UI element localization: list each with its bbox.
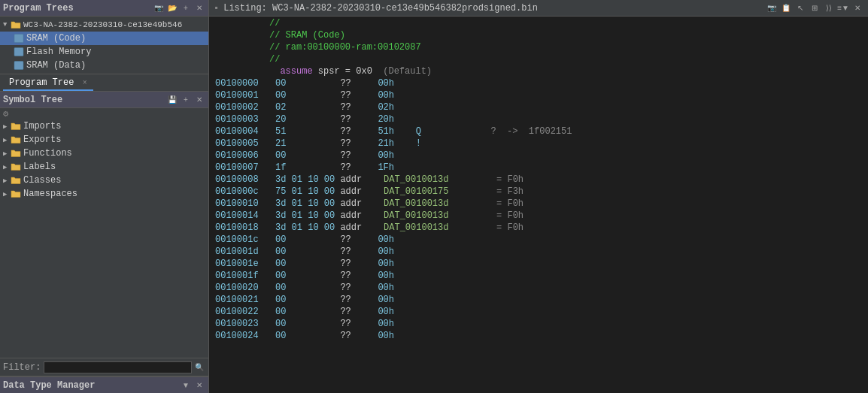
- table-row[interactable]: 0010000c 75 01 10 00 addr DAT_00100175= …: [209, 186, 868, 198]
- table-row[interactable]: 0010001e 00 ?? 00h: [209, 258, 868, 271]
- symbol-tree-imports-label: Imports: [23, 121, 61, 132]
- listing-options-btn[interactable]: ≡▼: [837, 2, 849, 14]
- svg-rect-2: [14, 62, 23, 70]
- table-row[interactable]: 00100018 3d 01 10 00 addr DAT_0010013d= …: [209, 222, 868, 234]
- data-type-manager-header: Data Type Manager ▼ ✕: [0, 376, 208, 393]
- table-row[interactable]: 00100022 00 ?? 00h: [209, 307, 868, 319]
- program-trees-header-icons: 📷 📂 + ✕: [153, 2, 205, 14]
- filter-search-icon[interactable]: 🔍: [193, 361, 205, 373]
- symbol-tree-item-imports[interactable]: ▶ Imports: [0, 119, 208, 133]
- listing-cursor-btn[interactable]: ↖: [794, 2, 806, 14]
- file-icon-flash-memory: [14, 47, 24, 56]
- arrow-icon-functions: ▶: [3, 150, 11, 158]
- listing-nav-btn[interactable]: ⟩⟩: [823, 2, 835, 14]
- data-type-manager-icons: ▼ ✕: [180, 379, 205, 391]
- table-row[interactable]: //: [209, 18, 868, 30]
- table-row[interactable]: 0010001f 00 ?? 00h: [209, 271, 868, 283]
- listing-camera-btn[interactable]: 📷: [766, 2, 778, 14]
- tab-program-tree-close[interactable]: ×: [83, 79, 87, 87]
- symbol-tree-panel: Symbol Tree 💾 + ✕ ⚙ ▶ Imports: [0, 92, 208, 376]
- table-row[interactable]: 00100007 1f ?? 1Fh: [209, 162, 868, 174]
- table-row[interactable]: assume spsr = 0x0 (Default): [209, 66, 868, 78]
- tree-item-sram-data-label: SRAM (Data): [26, 60, 86, 71]
- data-type-dropdown-btn[interactable]: ▼: [180, 379, 192, 391]
- tab-program-tree[interactable]: Program Tree ×: [3, 76, 93, 91]
- data-type-close-btn[interactable]: ✕: [193, 379, 205, 391]
- table-row[interactable]: 0010001d 00 ?? 00h: [209, 246, 868, 258]
- symbol-tree-functions-label: Functions: [23, 148, 72, 159]
- folder-open-icon: [11, 20, 21, 29]
- tree-item-sram-code[interactable]: SRAM (Code): [0, 32, 208, 45]
- listing-content[interactable]: // // SRAM (Code) // ram:00100000-ram:00…: [209, 17, 868, 393]
- symbol-tree-item-namespaces[interactable]: ▶ Namespaces: [0, 187, 208, 201]
- tab-program-tree-label: Program Tree: [9, 77, 74, 88]
- program-trees-open-btn[interactable]: 📂: [166, 2, 178, 14]
- program-trees-add-btn[interactable]: +: [180, 2, 192, 14]
- table-row[interactable]: // ram:00100000-ram:00102087: [209, 42, 868, 54]
- symbol-tree-classes-label: Classes: [23, 175, 61, 186]
- data-type-manager-title: Data Type Manager: [3, 380, 180, 391]
- listing-copy-btn[interactable]: 📋: [780, 2, 792, 14]
- symbol-tree-namespaces-label: Namespaces: [23, 189, 77, 199]
- folder-icon-classes: [11, 176, 21, 185]
- arrow-icon-imports: ▶: [3, 122, 11, 131]
- table-row[interactable]: 00100010 3d 01 10 00 addr DAT_0010013d= …: [209, 198, 868, 210]
- arrow-icon-exports: ▶: [3, 136, 11, 144]
- symbol-tree-save-btn[interactable]: 💾: [166, 94, 178, 106]
- table-row[interactable]: 00100005 21 ?? 21h !: [209, 138, 868, 150]
- listing-header-icons: 📷 📋 ↖ ⊞ ⟩⟩ ≡▼ ✕: [766, 2, 863, 14]
- symbol-tree-exports-label: Exports: [23, 135, 61, 145]
- symbol-tree-labels-label: Labels: [23, 162, 56, 172]
- folder-icon-functions: [11, 149, 21, 158]
- tree-item-sram-data[interactable]: SRAM (Data): [0, 59, 208, 72]
- program-trees-panel: Program Trees 📷 📂 + ✕ ▼ WC3-NA-2382-2023…: [0, 0, 208, 74]
- table-row[interactable]: // SRAM (Code): [209, 30, 868, 42]
- program-trees-title: Program Trees: [3, 3, 153, 14]
- listing-close-btn[interactable]: ✕: [851, 2, 863, 14]
- table-row[interactable]: 00100000 00 ?? 00h: [209, 78, 868, 90]
- folder-icon-namespaces: [11, 189, 21, 198]
- arrow-icon-labels: ▶: [3, 163, 11, 171]
- table-row[interactable]: 00100006 00 ?? 00h: [209, 150, 868, 162]
- filter-input[interactable]: [44, 361, 192, 373]
- tree-item-flash-memory[interactable]: Flash Memory: [0, 45, 208, 59]
- listing-grid-btn[interactable]: ⊞: [809, 2, 821, 14]
- table-row[interactable]: 00100024 00 ?? 00h: [209, 331, 868, 343]
- symbol-tree-header: Symbol Tree 💾 + ✕: [0, 92, 208, 108]
- gear-icon[interactable]: ⚙: [0, 109, 11, 119]
- program-trees-header: Program Trees 📷 📂 + ✕: [0, 0, 208, 17]
- table-row[interactable]: 00100002 02 ?? 02h: [209, 102, 868, 114]
- svg-rect-0: [14, 35, 23, 43]
- table-row[interactable]: 00100008 3d 01 10 00 addr DAT_0010013d= …: [209, 174, 868, 186]
- symbol-tree-item-exports[interactable]: ▶ Exports: [0, 133, 208, 147]
- arrow-icon-classes: ▶: [3, 177, 11, 185]
- table-row[interactable]: 00100021 00 ?? 00h: [209, 295, 868, 307]
- table-row[interactable]: 00100001 00 ?? 00h: [209, 90, 868, 102]
- svg-rect-1: [14, 48, 23, 56]
- tree-item-root[interactable]: ▼ WC3-NA-2382-20230310-ce13e49b546: [0, 18, 208, 32]
- left-panel: Program Trees 📷 📂 + ✕ ▼ WC3-NA-2382-2023…: [0, 0, 209, 393]
- symbol-tree-content: ▶ Imports ▶ Exports: [0, 119, 208, 358]
- table-row[interactable]: 00100023 00 ?? 00h: [209, 319, 868, 331]
- symbol-tree-close-btn[interactable]: ✕: [193, 94, 205, 106]
- table-row[interactable]: //: [209, 54, 868, 66]
- right-panel: ▪ Listing: WC3-NA-2382-20230310-ce13e49b…: [209, 0, 868, 393]
- folder-icon-imports: [11, 122, 21, 131]
- program-trees-camera-btn[interactable]: 📷: [153, 2, 165, 14]
- symbol-tree-add-btn[interactable]: +: [180, 94, 192, 106]
- table-row[interactable]: 00100004 51 ?? 51h Q? -> 1f002151: [209, 126, 868, 138]
- table-row[interactable]: 00100003 20 ?? 20h: [209, 114, 868, 126]
- program-trees-close-btn[interactable]: ✕: [193, 2, 205, 14]
- table-row[interactable]: 00100020 00 ?? 00h: [209, 283, 868, 295]
- filter-bar: Filter: 🔍: [0, 358, 208, 376]
- tree-item-sram-code-label: SRAM (Code): [26, 33, 86, 44]
- arrow-icon: ▼: [3, 21, 11, 29]
- table-row[interactable]: 0010001c 00 ?? 00h: [209, 234, 868, 246]
- data-type-manager-panel: Data Type Manager ▼ ✕: [0, 376, 208, 393]
- symbol-tree-item-labels[interactable]: ▶ Labels: [0, 160, 208, 174]
- table-row[interactable]: 00100014 3d 01 10 00 addr DAT_0010013d= …: [209, 210, 868, 222]
- listing-title: Listing: WC3-NA-2382-20230310-ce13e49b54…: [223, 3, 766, 14]
- symbol-tree-item-classes[interactable]: ▶ Classes: [0, 174, 208, 187]
- tree-item-root-label: WC3-NA-2382-20230310-ce13e49b546: [23, 20, 182, 29]
- symbol-tree-item-functions[interactable]: ▶ Functions: [0, 147, 208, 160]
